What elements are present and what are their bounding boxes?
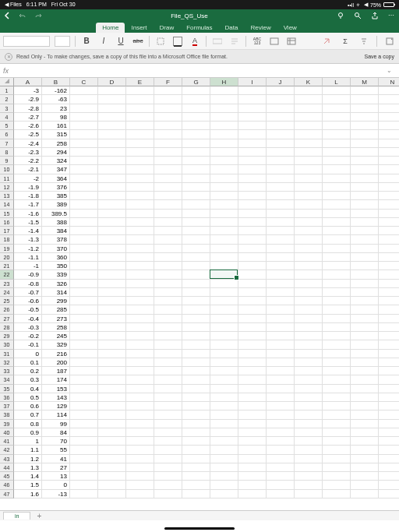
cell[interactable] [295, 210, 323, 218]
cell[interactable] [323, 183, 351, 192]
cell[interactable] [351, 165, 379, 174]
cell[interactable] [98, 385, 126, 393]
tab-formulas[interactable]: Formulas [180, 23, 218, 33]
cell[interactable] [323, 86, 351, 95]
cell[interactable] [210, 472, 238, 481]
cell[interactable] [182, 428, 210, 437]
cell[interactable] [323, 139, 351, 148]
cell[interactable] [210, 332, 238, 340]
cell[interactable] [295, 280, 323, 288]
cell[interactable] [238, 428, 267, 437]
cell[interactable] [351, 323, 379, 332]
cell[interactable] [154, 148, 182, 157]
row-header[interactable]: 9 [0, 157, 14, 165]
cell[interactable]: 1.6 [14, 490, 42, 499]
cell[interactable] [210, 174, 238, 183]
row-header[interactable]: 29 [0, 332, 14, 340]
italic-button[interactable]: I [97, 35, 110, 48]
cell[interactable] [295, 332, 323, 340]
cell[interactable] [182, 385, 210, 393]
cell[interactable] [295, 95, 323, 104]
cell[interactable] [70, 410, 98, 419]
cell[interactable] [238, 410, 267, 419]
cell[interactable] [98, 340, 126, 349]
cell[interactable] [295, 420, 323, 428]
cell[interactable] [70, 218, 98, 227]
cell[interactable] [182, 270, 210, 279]
cell[interactable] [267, 157, 295, 165]
cell[interactable] [154, 139, 182, 148]
cell[interactable] [210, 227, 238, 235]
cell[interactable] [154, 253, 182, 262]
cell[interactable] [210, 305, 238, 314]
cell[interactable] [126, 402, 154, 410]
cell[interactable] [98, 210, 126, 218]
tab-view[interactable]: View [277, 23, 303, 33]
cell[interactable] [295, 157, 323, 165]
cell[interactable] [98, 446, 126, 454]
cell[interactable] [267, 183, 295, 192]
cell[interactable] [210, 367, 238, 375]
cell[interactable] [323, 130, 351, 139]
cell[interactable] [323, 402, 351, 410]
cell[interactable] [379, 130, 399, 139]
cell[interactable] [70, 481, 98, 489]
cell[interactable] [351, 262, 379, 270]
cell[interactable] [70, 490, 98, 499]
insert-button[interactable] [285, 35, 298, 48]
cell[interactable] [182, 130, 210, 139]
cell[interactable] [238, 165, 267, 174]
cell[interactable] [323, 446, 351, 454]
cell[interactable] [267, 402, 295, 410]
cell[interactable]: 1.2 [14, 455, 42, 463]
cell[interactable] [379, 183, 399, 192]
cell[interactable] [210, 428, 238, 437]
cell[interactable] [323, 428, 351, 437]
cell[interactable] [295, 262, 323, 270]
cell[interactable] [238, 340, 267, 349]
cell[interactable]: -1.5 [14, 218, 42, 227]
cell[interactable] [238, 332, 267, 340]
cell[interactable]: -2.6 [14, 122, 42, 130]
cell[interactable] [238, 200, 267, 209]
cell[interactable] [238, 139, 267, 148]
cell[interactable] [238, 86, 267, 95]
cell[interactable] [379, 446, 399, 454]
cell[interactable] [98, 157, 126, 165]
cell[interactable] [126, 86, 154, 95]
cell[interactable] [351, 350, 379, 358]
cell[interactable] [70, 192, 98, 200]
cell[interactable] [182, 200, 210, 209]
cell[interactable] [267, 280, 295, 288]
cell[interactable]: -2.5 [14, 130, 42, 139]
cell[interactable]: 13 [42, 472, 70, 481]
cell[interactable] [70, 227, 98, 235]
cell[interactable] [98, 490, 126, 499]
cell[interactable] [238, 323, 267, 332]
cell[interactable]: 1.5 [14, 481, 42, 489]
cell[interactable]: 143 [42, 393, 70, 402]
cell[interactable] [70, 437, 98, 446]
cell[interactable] [323, 332, 351, 340]
cell[interactable] [98, 402, 126, 410]
cell[interactable] [379, 157, 399, 165]
cell[interactable] [267, 288, 295, 297]
cell[interactable] [267, 86, 295, 95]
cell[interactable] [295, 245, 323, 253]
cell[interactable] [379, 410, 399, 419]
cell[interactable] [267, 340, 295, 349]
cell[interactable]: 350 [42, 262, 70, 270]
cell[interactable]: -1.4 [14, 227, 42, 235]
cell[interactable] [154, 245, 182, 253]
cell[interactable] [154, 340, 182, 349]
cell[interactable] [154, 428, 182, 437]
row-header[interactable]: 16 [0, 218, 14, 227]
cell[interactable] [210, 130, 238, 139]
cell[interactable] [323, 280, 351, 288]
column-header[interactable]: H [210, 78, 238, 86]
font-family-select[interactable] [3, 36, 50, 47]
lightbulb-icon[interactable] [337, 12, 344, 19]
cell[interactable] [379, 235, 399, 244]
cell[interactable] [154, 332, 182, 340]
cell[interactable] [267, 410, 295, 419]
